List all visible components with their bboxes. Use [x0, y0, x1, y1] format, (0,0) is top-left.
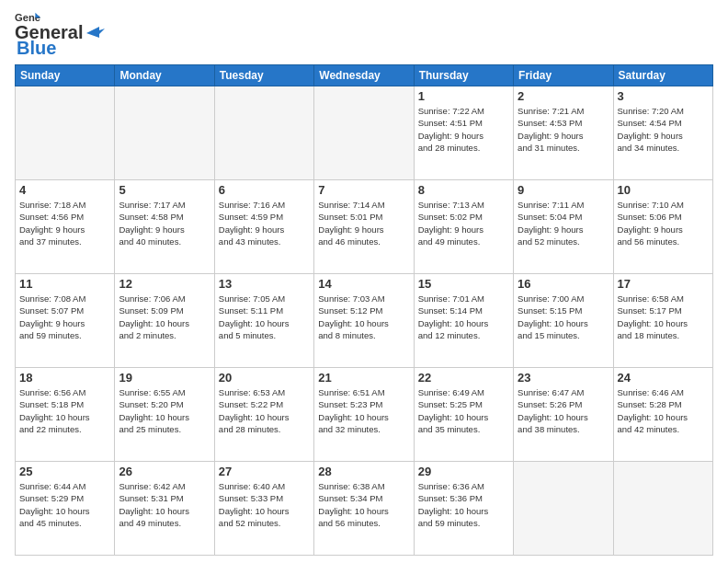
day-number: 26 [119, 465, 210, 478]
calendar-cell: 5Sunrise: 7:17 AM Sunset: 4:58 PM Daylig… [115, 180, 214, 274]
calendar-cell: 10Sunrise: 7:10 AM Sunset: 5:06 PM Dayli… [613, 180, 712, 274]
calendar-cell [16, 86, 115, 180]
day-info: Sunrise: 7:00 AM Sunset: 5:15 PM Dayligh… [518, 293, 609, 341]
day-number: 18 [19, 371, 110, 385]
calendar-cell: 9Sunrise: 7:11 AM Sunset: 5:04 PM Daylig… [514, 180, 613, 274]
calendar-cell: 6Sunrise: 7:16 AM Sunset: 4:59 PM Daylig… [214, 180, 313, 274]
calendar-cell: 18Sunrise: 6:56 AM Sunset: 5:18 PM Dayli… [16, 368, 115, 462]
day-number: 10 [618, 183, 709, 197]
day-info: Sunrise: 7:06 AM Sunset: 5:09 PM Dayligh… [119, 293, 210, 341]
calendar-cell [514, 462, 613, 556]
day-info: Sunrise: 7:18 AM Sunset: 4:56 PM Dayligh… [19, 199, 110, 247]
day-number: 21 [318, 371, 409, 385]
day-info: Sunrise: 7:21 AM Sunset: 4:53 PM Dayligh… [518, 105, 609, 154]
calendar-header-tuesday: Tuesday [214, 65, 313, 86]
day-number: 29 [418, 465, 509, 478]
day-info: Sunrise: 6:56 AM Sunset: 5:18 PM Dayligh… [19, 386, 110, 435]
calendar-cell: 1Sunrise: 7:22 AM Sunset: 4:51 PM Daylig… [414, 86, 513, 180]
day-info: Sunrise: 6:46 AM Sunset: 5:28 PM Dayligh… [618, 386, 709, 435]
logo: General General Blue [15, 11, 105, 59]
day-number: 6 [219, 183, 310, 197]
calendar-cell: 3Sunrise: 7:20 AM Sunset: 4:54 PM Daylig… [613, 86, 712, 180]
calendar-header-saturday: Saturday [613, 65, 712, 86]
calendar-header-sunday: Sunday [16, 65, 115, 86]
calendar-cell: 24Sunrise: 6:46 AM Sunset: 5:28 PM Dayli… [613, 368, 712, 462]
day-number: 17 [618, 277, 709, 291]
page: General General Blue SundayMondayTuesday… [0, 0, 728, 563]
calendar-cell [613, 462, 712, 556]
day-info: Sunrise: 7:22 AM Sunset: 4:51 PM Dayligh… [418, 105, 509, 154]
day-info: Sunrise: 7:01 AM Sunset: 5:14 PM Dayligh… [418, 293, 509, 341]
calendar-cell: 14Sunrise: 7:03 AM Sunset: 5:12 PM Dayli… [314, 274, 414, 368]
day-info: Sunrise: 7:11 AM Sunset: 5:04 PM Dayligh… [518, 199, 609, 247]
day-number: 5 [119, 183, 210, 197]
calendar-cell [214, 86, 313, 180]
day-info: Sunrise: 6:49 AM Sunset: 5:25 PM Dayligh… [418, 386, 509, 435]
logo-bird-icon [86, 27, 105, 40]
day-info: Sunrise: 6:58 AM Sunset: 5:17 PM Dayligh… [618, 293, 709, 341]
calendar-header-row: SundayMondayTuesdayWednesdayThursdayFrid… [16, 65, 713, 86]
calendar-week-3: 18Sunrise: 6:56 AM Sunset: 5:18 PM Dayli… [16, 368, 713, 462]
day-number: 25 [19, 465, 110, 478]
calendar-header-thursday: Thursday [414, 65, 513, 86]
day-info: Sunrise: 7:16 AM Sunset: 4:59 PM Dayligh… [219, 199, 310, 247]
day-number: 3 [618, 89, 709, 103]
day-info: Sunrise: 6:55 AM Sunset: 5:20 PM Dayligh… [119, 386, 210, 435]
calendar-cell: 22Sunrise: 6:49 AM Sunset: 5:25 PM Dayli… [414, 368, 513, 462]
day-number: 16 [518, 277, 609, 291]
calendar-header-friday: Friday [514, 65, 613, 86]
day-info: Sunrise: 7:13 AM Sunset: 5:02 PM Dayligh… [418, 199, 509, 247]
day-number: 27 [219, 465, 310, 478]
day-number: 19 [119, 371, 210, 385]
calendar-cell: 21Sunrise: 6:51 AM Sunset: 5:23 PM Dayli… [314, 368, 414, 462]
calendar-week-4: 25Sunrise: 6:44 AM Sunset: 5:29 PM Dayli… [16, 462, 713, 556]
day-info: Sunrise: 6:47 AM Sunset: 5:26 PM Dayligh… [518, 386, 609, 435]
calendar-cell: 29Sunrise: 6:36 AM Sunset: 5:36 PM Dayli… [414, 462, 513, 556]
day-number: 14 [318, 277, 409, 291]
calendar-cell: 17Sunrise: 6:58 AM Sunset: 5:17 PM Dayli… [613, 274, 712, 368]
calendar-cell: 13Sunrise: 7:05 AM Sunset: 5:11 PM Dayli… [214, 274, 313, 368]
calendar-week-0: 1Sunrise: 7:22 AM Sunset: 4:51 PM Daylig… [16, 86, 713, 180]
calendar-cell: 20Sunrise: 6:53 AM Sunset: 5:22 PM Dayli… [214, 368, 313, 462]
header: General General Blue [15, 11, 713, 59]
calendar-cell: 12Sunrise: 7:06 AM Sunset: 5:09 PM Dayli… [115, 274, 214, 368]
day-info: Sunrise: 7:14 AM Sunset: 5:01 PM Dayligh… [318, 199, 409, 247]
calendar-cell: 28Sunrise: 6:38 AM Sunset: 5:34 PM Dayli… [314, 462, 414, 556]
calendar-cell: 19Sunrise: 6:55 AM Sunset: 5:20 PM Dayli… [115, 368, 214, 462]
calendar-cell [115, 86, 214, 180]
calendar-cell: 27Sunrise: 6:40 AM Sunset: 5:33 PM Dayli… [214, 462, 313, 556]
day-info: Sunrise: 7:10 AM Sunset: 5:06 PM Dayligh… [618, 199, 709, 247]
day-info: Sunrise: 6:40 AM Sunset: 5:33 PM Dayligh… [219, 480, 310, 529]
calendar-week-2: 11Sunrise: 7:08 AM Sunset: 5:07 PM Dayli… [16, 274, 713, 368]
calendar-cell: 11Sunrise: 7:08 AM Sunset: 5:07 PM Dayli… [16, 274, 115, 368]
day-info: Sunrise: 7:20 AM Sunset: 4:54 PM Dayligh… [618, 105, 709, 154]
logo-blue: Blue [17, 38, 56, 58]
calendar-cell: 8Sunrise: 7:13 AM Sunset: 5:02 PM Daylig… [414, 180, 513, 274]
calendar-header-monday: Monday [115, 65, 214, 86]
calendar-week-1: 4Sunrise: 7:18 AM Sunset: 4:56 PM Daylig… [16, 180, 713, 274]
calendar-cell: 26Sunrise: 6:42 AM Sunset: 5:31 PM Dayli… [115, 462, 214, 556]
day-number: 2 [518, 89, 609, 103]
day-info: Sunrise: 6:53 AM Sunset: 5:22 PM Dayligh… [219, 386, 310, 435]
day-number: 4 [19, 183, 110, 197]
day-info: Sunrise: 7:03 AM Sunset: 5:12 PM Dayligh… [318, 293, 409, 341]
day-number: 7 [318, 183, 409, 197]
day-number: 9 [518, 183, 609, 197]
day-number: 12 [119, 277, 210, 291]
day-number: 28 [318, 465, 409, 478]
calendar-cell: 2Sunrise: 7:21 AM Sunset: 4:53 PM Daylig… [514, 86, 613, 180]
calendar-cell [314, 86, 414, 180]
day-number: 20 [219, 371, 310, 385]
calendar-cell: 4Sunrise: 7:18 AM Sunset: 4:56 PM Daylig… [16, 180, 115, 274]
day-info: Sunrise: 7:17 AM Sunset: 4:58 PM Dayligh… [119, 199, 210, 247]
calendar-cell: 7Sunrise: 7:14 AM Sunset: 5:01 PM Daylig… [314, 180, 414, 274]
calendar-table: SundayMondayTuesdayWednesdayThursdayFrid… [15, 64, 713, 556]
day-info: Sunrise: 6:42 AM Sunset: 5:31 PM Dayligh… [119, 480, 210, 529]
day-number: 1 [418, 89, 509, 103]
day-info: Sunrise: 7:05 AM Sunset: 5:11 PM Dayligh… [219, 293, 310, 341]
calendar-header-wednesday: Wednesday [314, 65, 414, 86]
day-info: Sunrise: 7:08 AM Sunset: 5:07 PM Dayligh… [19, 293, 110, 341]
day-number: 8 [418, 183, 509, 197]
day-number: 13 [219, 277, 310, 291]
day-number: 11 [19, 277, 110, 291]
